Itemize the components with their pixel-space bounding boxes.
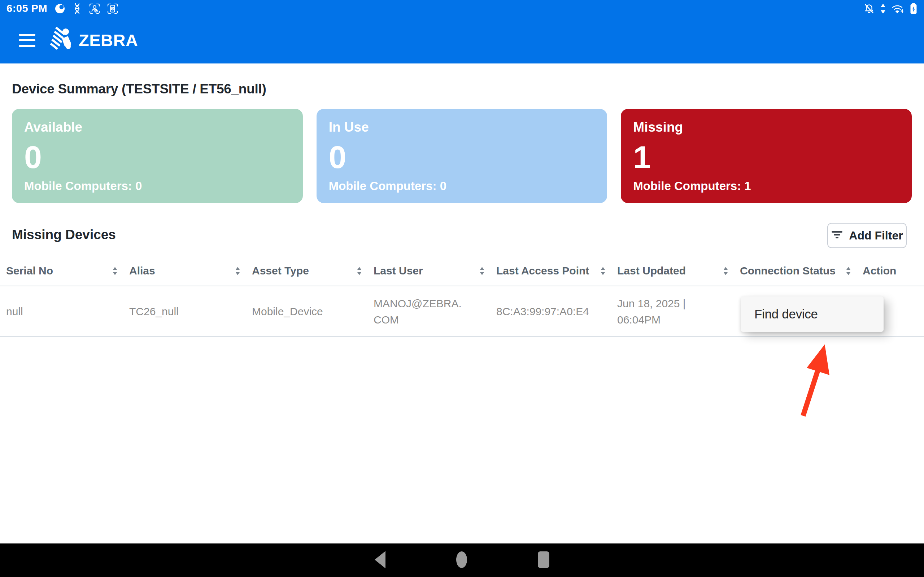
recents-icon [538, 551, 549, 569]
sort-icon [723, 266, 729, 276]
card-missing[interactable]: Missing 1 Mobile Computers: 1 [621, 109, 912, 203]
hamburger-menu-icon[interactable] [19, 34, 36, 47]
column-header-connection-status[interactable]: Connection Status [734, 256, 856, 285]
zebra-logo-icon [49, 27, 76, 54]
sort-icon [600, 266, 606, 276]
column-header-alias[interactable]: Alias [123, 256, 246, 285]
add-filter-label: Add Filter [849, 229, 903, 242]
navigation-bar [0, 543, 924, 577]
app-indicator-icon [55, 3, 65, 14]
card-in-use[interactable]: In Use 0 Mobile Computers: 0 [317, 109, 607, 203]
column-header-last-updated[interactable]: Last Updated [611, 256, 734, 285]
home-button[interactable] [456, 551, 467, 570]
summary-cards: Available 0 Mobile Computers: 0 In Use 0… [12, 109, 912, 203]
card-caption: Mobile Computers: 0 [329, 179, 595, 193]
cell-last-updated: Jun 18, 2025 | 06:04PM [611, 286, 734, 337]
column-header-last-access-point[interactable]: Last Access Point [490, 256, 611, 285]
face-scan-icon [89, 3, 100, 14]
menu-item-find-device[interactable]: Find device [741, 307, 884, 321]
column-header-asset-type[interactable]: Asset Type [246, 256, 367, 285]
card-available[interactable]: Available 0 Mobile Computers: 0 [12, 109, 303, 203]
wifi-icon: 4 [892, 3, 904, 14]
device-check-icon [107, 3, 118, 14]
status-bar: 6:05 PM [0, 0, 924, 17]
cell-last-access-point: 8C:A3:99:97:A0:E4 [490, 286, 611, 337]
card-value: 0 [329, 141, 595, 173]
table-header-row: Serial No Alias Asset Type Last User Las… [0, 256, 924, 286]
back-icon [375, 551, 386, 570]
app-bar: ZEBRA [0, 17, 924, 63]
card-caption: Mobile Computers: 1 [633, 179, 900, 193]
cell-last-user: MANOJ@ZEBRA.COM [367, 286, 490, 337]
context-menu: Find device [741, 297, 884, 332]
brand: ZEBRA [49, 27, 138, 54]
data-transfer-icon [880, 3, 886, 14]
column-header-serial-no[interactable]: Serial No [0, 256, 123, 285]
sort-icon [112, 266, 118, 276]
card-value: 0 [24, 141, 291, 173]
screen: 6:05 PM [0, 0, 924, 577]
card-label: Missing [633, 120, 900, 135]
brand-name: ZEBRA [79, 30, 138, 50]
battery-charging-icon [909, 3, 918, 15]
sort-icon [845, 266, 851, 276]
recents-button[interactable] [538, 551, 549, 569]
home-icon [456, 551, 467, 570]
page-title: Device Summary (TESTSITE / ET56_null) [12, 82, 266, 97]
dna-icon [73, 3, 82, 14]
card-value: 1 [633, 141, 900, 173]
sort-icon [356, 266, 362, 276]
section-title: Missing Devices [12, 227, 116, 242]
filter-icon [831, 229, 843, 242]
sort-icon [479, 266, 485, 276]
cell-alias: TC26_null [123, 286, 246, 337]
card-label: Available [24, 120, 291, 135]
card-caption: Mobile Computers: 0 [24, 179, 291, 193]
notifications-off-icon [864, 3, 874, 14]
cell-asset-type: Mobile_Device [246, 286, 367, 337]
back-button[interactable] [375, 551, 386, 570]
sort-icon [234, 266, 241, 276]
card-label: In Use [329, 120, 595, 135]
column-header-action[interactable]: Action [856, 256, 924, 285]
wifi-level-label: 4 [901, 8, 903, 14]
column-header-last-user[interactable]: Last User [367, 256, 490, 285]
add-filter-button[interactable]: Add Filter [827, 223, 907, 248]
annotation-arrow-icon [789, 341, 835, 422]
cell-serial-no: null [0, 286, 123, 337]
clock: 6:05 PM [6, 3, 47, 15]
